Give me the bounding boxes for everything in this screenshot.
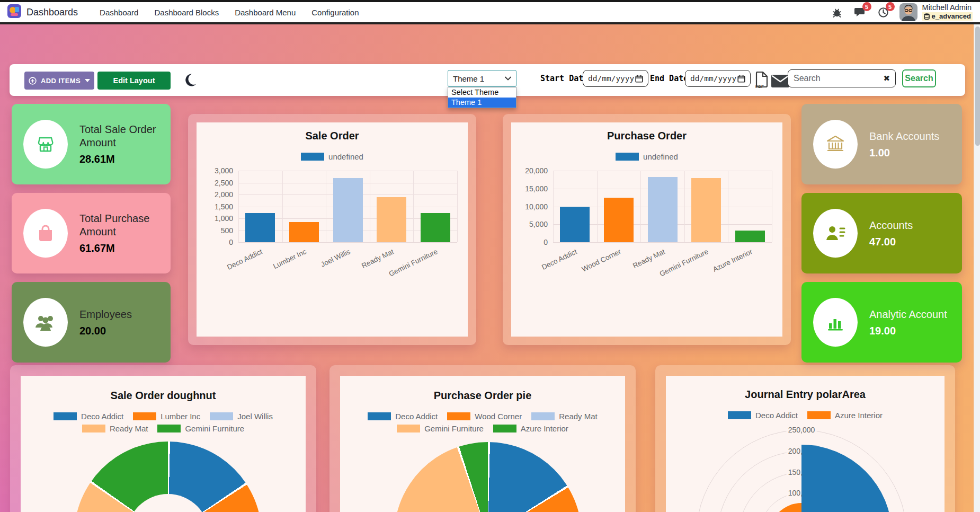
kpi-accounts[interactable]: Accounts 47.00 — [801, 193, 962, 273]
legend-item[interactable]: Azure Interior — [493, 424, 568, 433]
nav-item-dashboard[interactable]: Dashboard — [100, 8, 138, 17]
legend-item[interactable]: Gemini Furniture — [397, 424, 484, 433]
kpi-label: Total Sale Order Amount — [79, 123, 163, 149]
legend-swatch — [157, 425, 181, 432]
kpi-analytic-account[interactable]: Analytic Account 19.00 — [801, 282, 962, 363]
messages-icon[interactable]: 5 — [853, 5, 868, 20]
chevron-down-icon — [505, 76, 511, 81]
legend-item[interactable]: Gemini Furniture — [157, 424, 244, 433]
y-tick-label: 20,000 — [525, 166, 548, 175]
page-scrollbar[interactable] — [974, 24, 980, 512]
nav-item-dashboard-menu[interactable]: Dashboard Menu — [235, 8, 296, 17]
send-mail-icon[interactable] — [771, 75, 789, 90]
sale-order-chart-card: Sale Orderundefined05001,0001,5002,0002,… — [188, 114, 476, 345]
add-items-label: ADD ITEMS — [41, 77, 81, 85]
legend-swatch — [447, 412, 470, 420]
avatar — [899, 3, 917, 21]
kpi-total-purchase-amount[interactable]: Total Purchase Amount 61.67M — [12, 193, 171, 273]
bar — [377, 197, 406, 243]
activities-clock-icon[interactable]: 5 — [876, 5, 891, 20]
legend-item[interactable]: Ready Mat — [82, 424, 148, 433]
kpi-total-sale-order-amount[interactable]: Total Sale Order Amount 28.61M — [12, 104, 171, 184]
bar-plot-area: 05001,0001,5002,0002,5003,000Deco Addict… — [238, 171, 457, 242]
nav-item-configuration[interactable]: Configuration — [311, 8, 359, 17]
sale-order-doughnut-chart[interactable]: Sale Order doughnutDeco AddictLumber Inc… — [21, 376, 306, 512]
bar — [691, 178, 721, 243]
y-tick-label: 15,000 — [525, 184, 548, 193]
legend-swatch — [210, 412, 233, 420]
legend-item[interactable]: undefined — [616, 152, 678, 161]
kpi-value: 28.61M — [79, 153, 163, 165]
legend-item[interactable]: Deco Addict — [54, 412, 123, 421]
user-name: Mitchell Admin — [922, 3, 972, 12]
legend-item[interactable]: Deco Addict — [368, 412, 438, 421]
legend-item[interactable]: Ready Mat — [531, 412, 598, 421]
shopping-bag-icon — [23, 209, 68, 258]
database-icon — [924, 13, 930, 20]
scrollbar-thumb[interactable] — [975, 27, 980, 146]
journal-entry-polar-chart[interactable]: Journal Entry polarAreaDeco AddictAzure … — [666, 376, 945, 512]
search-input[interactable] — [794, 74, 879, 83]
y-tick-label: 0 — [229, 238, 233, 246]
legend-swatch — [301, 153, 324, 161]
bar — [735, 231, 765, 242]
legend-label: Azure Interior — [521, 424, 568, 433]
sale-order-bar-chart[interactable]: Sale Orderundefined05001,0001,5002,0002,… — [197, 122, 468, 337]
legend-swatch — [397, 425, 420, 432]
purchase-order-pie-card: Purchase Order pieDeco AddictWood Corner… — [329, 365, 636, 512]
employees-icon — [23, 298, 68, 347]
legend-label: Ready Mat — [559, 412, 598, 421]
edit-layout-button[interactable]: Edit Layout — [97, 72, 171, 90]
kpi-bank-accounts[interactable]: Bank Accounts 1.00 — [801, 104, 962, 184]
plus-circle-icon — [29, 77, 37, 85]
chart-legend: undefined — [511, 152, 782, 161]
theme-select-value: Theme 1 — [453, 74, 484, 83]
chart-title: Purchase Order — [511, 130, 782, 142]
kpi-value: 47.00 — [869, 236, 913, 248]
kpi-label: Total Purchase Amount — [79, 212, 163, 239]
nav-item-dashboard-blocks[interactable]: Dashboard Blocks — [154, 8, 219, 17]
database-name: e_advanced — [932, 12, 971, 21]
legend-item[interactable]: Azure Interior — [807, 411, 883, 420]
theme-option-select-theme[interactable]: Select Theme — [448, 87, 516, 98]
legend-label: Deco Addict — [395, 412, 438, 421]
chart-legend: Deco AddictLumber IncJoel WillisReady Ma… — [39, 412, 288, 433]
start-date-input[interactable]: dd/mm/yyyy — [583, 70, 648, 87]
y-tick-label: 3,000 — [215, 166, 233, 175]
dark-mode-moon-icon[interactable] — [182, 73, 197, 87]
legend-item[interactable]: Deco Addict — [728, 411, 798, 420]
kpi-employees[interactable]: Employees 20.00 — [12, 282, 171, 363]
legend-item[interactable]: Joel Willis — [210, 412, 273, 421]
legend-item[interactable]: Lumber Inc — [133, 412, 200, 421]
end-date-input[interactable]: dd/mm/yyyy — [685, 70, 751, 87]
y-tick-label: 500 — [221, 226, 233, 235]
legend-label: Azure Interior — [835, 411, 883, 420]
legend-item[interactable]: undefined — [301, 152, 363, 161]
bar — [560, 207, 590, 242]
chart-legend: Deco AddictWood CornerReady MatGemini Fu… — [358, 412, 607, 433]
legend-swatch — [368, 412, 391, 420]
y-tick-label: 5,000 — [529, 220, 548, 228]
bar — [421, 213, 450, 242]
theme-option-theme-1[interactable]: Theme 1 — [448, 98, 516, 108]
chart-title: Sale Order doughnut — [21, 390, 306, 402]
search-button[interactable]: Search — [902, 69, 936, 87]
theme-options-dropdown: Select Theme Theme 1 — [448, 87, 516, 108]
clear-search-icon[interactable]: ✖ — [883, 74, 890, 83]
user-menu[interactable]: Mitchell Admin e_advanced — [899, 3, 973, 22]
export-pdf-icon[interactable]: PDF — [754, 71, 769, 91]
legend-swatch — [531, 412, 555, 420]
purchase-order-bar-chart[interactable]: Purchase Orderundefined05,00010,00015,00… — [511, 122, 782, 337]
legend-swatch — [807, 411, 831, 419]
theme-select[interactable]: Theme 1 — [448, 70, 516, 87]
messages-badge: 5 — [862, 2, 871, 11]
app-brand[interactable]: Dashboards — [7, 4, 78, 20]
caret-down-icon — [85, 79, 90, 82]
debug-bug-icon[interactable] — [830, 5, 844, 20]
legend-label: Gemini Furniture — [424, 424, 484, 433]
add-items-button[interactable]: ADD ITEMS — [24, 72, 94, 90]
legend-swatch — [54, 412, 77, 420]
legend-item[interactable]: Wood Corner — [447, 412, 522, 421]
legend-label: Lumber Inc — [161, 412, 200, 421]
purchase-order-pie-chart[interactable]: Purchase Order pieDeco AddictWood Corner… — [340, 376, 625, 512]
